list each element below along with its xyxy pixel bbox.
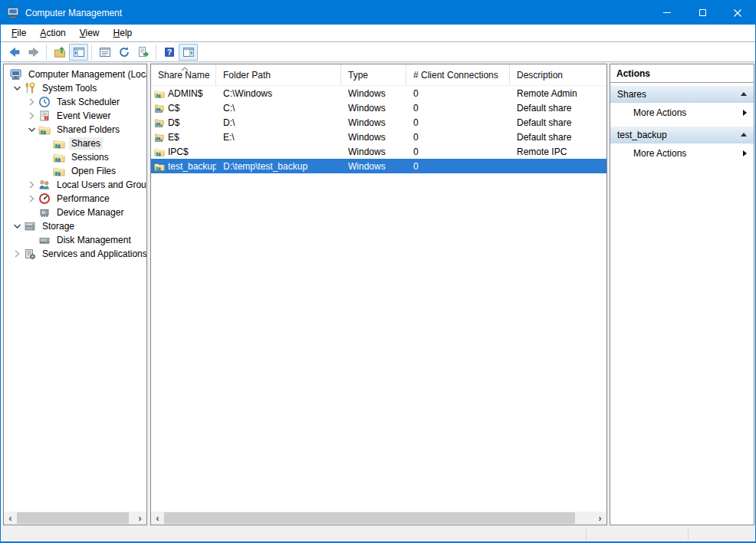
scroll-left-icon[interactable]: ‹ (151, 512, 164, 525)
tools-icon (24, 82, 36, 94)
tree-item-performance[interactable]: Performance (4, 192, 146, 206)
help-button[interactable] (159, 44, 179, 61)
collapse-icon[interactable] (741, 92, 747, 96)
back-button[interactable] (5, 44, 24, 61)
menu-help[interactable]: Help (107, 25, 140, 41)
chevron-right-icon[interactable] (25, 193, 38, 204)
tree-item-label: Performance (54, 193, 112, 205)
tree-item-label: Open Files (69, 165, 118, 177)
table-row[interactable]: D$ D:\ Windows 0 Default share (151, 115, 606, 130)
list-header: Share Name Folder Path Type # Client Con… (151, 64, 606, 86)
shared-folder-icon (53, 151, 65, 163)
tree-item-label: Storage (40, 220, 77, 232)
up-one-level-icon (54, 46, 66, 58)
shared-folder-icon (53, 165, 65, 177)
shared-folder-icon (154, 146, 165, 157)
show-hide-action-pane-button[interactable] (179, 44, 198, 61)
close-icon (734, 9, 741, 17)
tree-item-system-tools[interactable]: System Tools (4, 81, 146, 95)
actions-section-header-shares[interactable]: Shares (610, 86, 754, 103)
cell-type: Windows (341, 103, 406, 114)
tree-item-shared-folders[interactable]: Shared Folders (4, 123, 146, 137)
actions-pane-title: Actions (610, 64, 754, 83)
export-list-button[interactable] (133, 44, 153, 61)
collapse-icon[interactable] (741, 133, 747, 137)
tree-item-storage[interactable]: Storage (4, 219, 146, 233)
more-actions-shares[interactable]: More Actions (610, 103, 754, 122)
maximize-button[interactable] (685, 1, 720, 25)
minimize-button[interactable] (649, 1, 685, 25)
actions-section-header-test-backup[interactable]: test_backup (610, 127, 754, 143)
tree-item-disk-management[interactable]: Disk Management (4, 233, 146, 247)
users-icon (38, 179, 51, 191)
column-header-description[interactable]: Description (510, 64, 606, 85)
tree-horizontal-scrollbar[interactable]: ‹ › (4, 512, 146, 525)
properties-button[interactable] (95, 44, 114, 61)
list-horizontal-scrollbar[interactable]: ‹ › (151, 512, 606, 525)
column-header-type[interactable]: Type (341, 64, 406, 85)
scroll-right-icon[interactable]: › (593, 512, 606, 525)
tree-item-shares[interactable]: Shares (4, 137, 146, 150)
table-row[interactable]: E$ E:\ Windows 0 Default share (151, 130, 606, 144)
scroll-left-icon[interactable]: ‹ (4, 512, 17, 525)
shared-folder-icon (154, 161, 165, 172)
tree-item-event-viewer[interactable]: Event Viewer (4, 109, 146, 123)
refresh-button[interactable] (114, 44, 133, 61)
menu-view[interactable]: View (73, 25, 107, 41)
cell-client-connections: 0 (406, 132, 510, 143)
cell-share-name: C$ (168, 103, 179, 114)
device-icon (38, 206, 51, 219)
expander-placeholder (39, 138, 53, 149)
actions-section-label: test_backup (617, 130, 667, 140)
chevron-down-icon[interactable] (10, 83, 24, 94)
table-row[interactable]: ADMIN$ C:\Windows Windows 0 Remote Admin (151, 86, 606, 100)
cell-folder-path: D:\ (216, 117, 341, 128)
tree-item-device-manager[interactable]: Device Manager (4, 206, 146, 219)
forward-button[interactable] (24, 44, 43, 61)
tree-item-computer-management[interactable]: Computer Management (Local (4, 67, 146, 81)
table-row[interactable]: C$ C:\ Windows 0 Default share (151, 100, 606, 115)
cell-share-name: D$ (168, 117, 179, 128)
forward-icon (28, 46, 40, 58)
show-hide-console-tree-button[interactable] (69, 44, 88, 61)
toolbar (1, 42, 755, 62)
tree-item-label: Sessions (69, 151, 111, 163)
toolbar-separator (46, 44, 47, 60)
chevron-right-icon[interactable] (25, 110, 38, 121)
column-header-folder-path[interactable]: Folder Path (216, 64, 341, 85)
menu-bar: File Action View Help (1, 25, 755, 42)
up-one-level-button[interactable] (50, 44, 69, 61)
title-bar: Computer Management (1, 1, 755, 25)
tree-item-open-files[interactable]: Open Files (4, 164, 146, 178)
chevron-right-icon[interactable] (25, 179, 38, 190)
menu-file[interactable]: File (5, 25, 33, 41)
tree-item-services-and-applications[interactable]: Services and Applications (4, 247, 146, 261)
submenu-arrow-icon (743, 110, 747, 116)
drive-share-icon (154, 117, 165, 128)
tree-item-label: Services and Applications (40, 248, 147, 260)
chevron-down-icon[interactable] (25, 124, 38, 135)
expander-placeholder (25, 207, 38, 218)
more-actions-test-backup[interactable]: More Actions (610, 143, 754, 163)
maximize-icon (699, 9, 706, 16)
cell-folder-path: C:\ (216, 103, 341, 114)
tree-item-task-scheduler[interactable]: Task Scheduler (4, 95, 146, 109)
scrollbar-thumb[interactable] (17, 512, 129, 524)
cell-description: Remote IPC (510, 146, 606, 157)
chevron-right-icon[interactable] (10, 248, 24, 259)
menu-action[interactable]: Action (33, 25, 72, 41)
scrollbar-thumb[interactable] (164, 512, 575, 524)
column-header-client-connections[interactable]: # Client Connections (406, 64, 510, 85)
tree-item-sessions[interactable]: Sessions (4, 150, 146, 164)
scroll-right-icon[interactable]: › (133, 512, 146, 525)
cell-type: Windows (341, 146, 406, 157)
submenu-arrow-icon (743, 150, 747, 156)
console-tree-panel: Computer Management (Local System Tools … (3, 64, 147, 525)
table-row[interactable]: IPC$ Windows 0 Remote IPC (151, 144, 606, 159)
table-row-selected[interactable]: test_backup D:\temp\test_backup Windows … (151, 159, 606, 173)
help-icon (163, 46, 176, 58)
chevron-down-icon[interactable] (10, 221, 24, 232)
chevron-right-icon[interactable] (25, 97, 38, 107)
close-button[interactable] (720, 1, 755, 25)
tree-item-local-users-and-groups[interactable]: Local Users and Groups (4, 178, 146, 192)
